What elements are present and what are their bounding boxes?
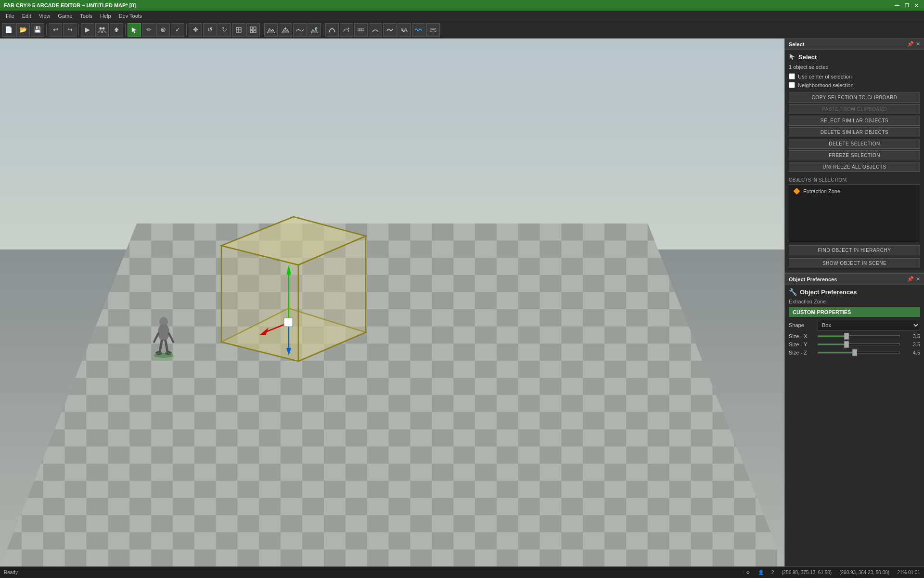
freeze-selection-button[interactable]: FREEZE SELECTION	[789, 150, 920, 160]
unfreeze-all-button[interactable]: UNFREEZE ALL OBJECTS	[789, 162, 920, 172]
action-buttons-group: COPY SELECTION TO CLIPBOARD PASTE FROM C…	[789, 92, 920, 173]
delete-selection-button[interactable]: DELETE SELECTION	[789, 139, 920, 149]
toolbar-fog-button[interactable]	[426, 23, 440, 37]
maximize-button[interactable]: ❐	[903, 1, 911, 9]
toolbar-play-button[interactable]: ▶	[81, 23, 94, 37]
center-selection-label[interactable]: Use center of selection	[798, 74, 852, 79]
menu-tools[interactable]: Tools	[76, 12, 96, 20]
menu-help[interactable]: Help	[96, 12, 115, 20]
menu-bar: File Edit View Game Tools Help Dev Tools	[0, 11, 924, 21]
paste-clipboard-button[interactable]: PASTE FROM CLIPBOARD	[789, 104, 920, 114]
size-y-label: Size - Y	[789, 342, 818, 347]
size-y-row: Size - Y 3.5	[789, 342, 920, 347]
svg-point-49	[153, 353, 174, 360]
toolbar-arch-button[interactable]	[369, 23, 382, 37]
toolbar-spline-button[interactable]	[325, 23, 339, 37]
size-z-value: 4.5	[903, 350, 920, 355]
svg-marker-16	[311, 29, 318, 33]
select-panel-close-icon[interactable]: ✕	[916, 41, 920, 47]
find-in-hierarchy-button[interactable]: FIND OBJECT IN HIERARCHY	[789, 245, 920, 255]
status-bar: Ready ⚙ 👤 2 (256.98, 375.13, 61.50) (260…	[0, 566, 924, 578]
obj-pref-pin-icon[interactable]: 📌	[907, 276, 914, 282]
menu-view[interactable]: View	[35, 12, 54, 20]
close-button[interactable]: ✕	[912, 1, 920, 9]
obj-pref-close-icon[interactable]: ✕	[916, 276, 920, 282]
scene-container	[0, 39, 784, 566]
toolbar-pencil-button[interactable]: ✏	[142, 23, 155, 37]
toolbar-multiplayer-button[interactable]	[95, 23, 109, 37]
toolbar-arch2-button[interactable]	[383, 23, 397, 37]
toolbar-new-button[interactable]: 📄	[2, 23, 15, 37]
menu-game[interactable]: Game	[54, 12, 76, 20]
toolbar-snap-button[interactable]	[246, 23, 260, 37]
svg-point-1	[103, 27, 105, 29]
toolbar-rotate-ccw-button[interactable]: ↺	[203, 23, 217, 37]
size-z-slider[interactable]	[818, 352, 900, 354]
status-left: Ready	[4, 570, 18, 575]
toolbar-save-button[interactable]: 💾	[31, 23, 44, 37]
obj-pref-body: 🔧 Object Preferences Extraction Zone CUS…	[785, 285, 924, 361]
copy-selection-button[interactable]: COPY SELECTION TO CLIPBOARD	[789, 92, 920, 103]
size-x-thumb[interactable]	[844, 333, 849, 340]
toolbar-rotate-cw-button[interactable]: ↻	[218, 23, 231, 37]
obj-pref-header-icons: 📌 ✕	[907, 276, 920, 282]
size-y-thumb[interactable]	[844, 341, 849, 348]
list-item[interactable]: 🔶 Extraction Zone	[791, 187, 918, 196]
title-bar: FAR CRY® 5 ARCADE EDITOR – UNTITLED MAP*…	[0, 0, 924, 11]
obj-pref-panel: Object Preferences 📌 ✕ 🔧 Object Preferen…	[785, 274, 924, 566]
select-similar-button[interactable]: SELECT SIMILAR OBJECTS	[789, 116, 920, 126]
neighborhood-selection-label[interactable]: Neighborhood selection	[798, 82, 854, 88]
toolbar-water-button[interactable]	[412, 23, 425, 37]
delete-similar-button[interactable]: DELETE SIMILAR OBJECTS	[789, 127, 920, 137]
window-controls[interactable]: — ❐ ✕	[893, 1, 920, 9]
toolbar-paint-button[interactable]	[156, 23, 170, 37]
toolbar-scale-button[interactable]	[232, 23, 245, 37]
toolbar-terrain-button[interactable]	[264, 23, 278, 37]
toolbar-select-button[interactable]	[128, 23, 141, 37]
toolbar-road-button[interactable]	[354, 23, 368, 37]
status-gear-icon[interactable]: ⚙	[746, 570, 750, 575]
toolbar-add-spline-button[interactable]	[340, 23, 353, 37]
toolbar-open-button[interactable]: 📂	[16, 23, 30, 37]
menu-file[interactable]: File	[2, 12, 18, 20]
show-in-scene-button[interactable]: SHOW OBJECT IN SCENE	[789, 258, 920, 268]
toolbar-terrain2-button[interactable]	[293, 23, 307, 37]
toolbar-undo-button[interactable]: ↩	[49, 23, 62, 37]
center-selection-row: Use center of selection	[789, 73, 920, 80]
toolbar: 📄 📂 💾 ↩ ↪ ▶ ✏ ✓ ✥ ↺ ↻ +	[0, 21, 924, 39]
obj-pref-panel-header: Object Preferences 📌 ✕	[785, 274, 924, 285]
size-z-thumb[interactable]	[852, 349, 857, 356]
toolbar-move-button[interactable]: ✥	[189, 23, 202, 37]
center-selection-checkbox[interactable]	[789, 73, 795, 79]
svg-rect-10	[254, 27, 256, 29]
main-layout: Select 📌 ✕ Select 1 object selected Use …	[0, 39, 924, 566]
svg-line-43	[166, 341, 167, 352]
viewport[interactable]	[0, 39, 784, 566]
right-panel: Select 📌 ✕ Select 1 object selected Use …	[784, 39, 924, 566]
select-panel-pin-icon[interactable]: 📌	[907, 41, 914, 47]
object-count: 1 object selected	[789, 64, 920, 70]
size-x-slider[interactable]	[818, 335, 900, 337]
menu-dev-tools[interactable]: Dev Tools	[115, 12, 146, 20]
toolbar-publish-button[interactable]	[110, 23, 123, 37]
select-panel-header: Select 📌 ✕	[785, 39, 924, 50]
size-x-label: Size - X	[789, 333, 818, 339]
status-coords2: (260.93, 364.23, 50.00)	[839, 570, 889, 575]
toolbar-sep4	[186, 24, 187, 36]
toolbar-add-terrain-button[interactable]: +	[279, 23, 292, 37]
neighborhood-selection-checkbox[interactable]	[789, 82, 795, 88]
toolbar-redo-button[interactable]: ↪	[63, 23, 77, 37]
status-count: 2	[771, 570, 774, 575]
objects-list: 🔶 Extraction Zone	[789, 184, 920, 242]
select-title-row: Select	[789, 53, 920, 61]
extraction-zone-box	[183, 159, 399, 366]
size-z-fill	[818, 352, 855, 353]
toolbar-paint-terrain-button[interactable]	[308, 23, 321, 37]
shape-select[interactable]: Box Sphere Cylinder	[818, 320, 920, 330]
object-name: Extraction Zone	[803, 188, 840, 194]
size-y-slider[interactable]	[818, 343, 900, 345]
minimize-button[interactable]: —	[893, 1, 901, 9]
toolbar-check-button[interactable]: ✓	[171, 23, 184, 37]
menu-edit[interactable]: Edit	[18, 12, 35, 20]
toolbar-wave-button[interactable]	[398, 23, 411, 37]
